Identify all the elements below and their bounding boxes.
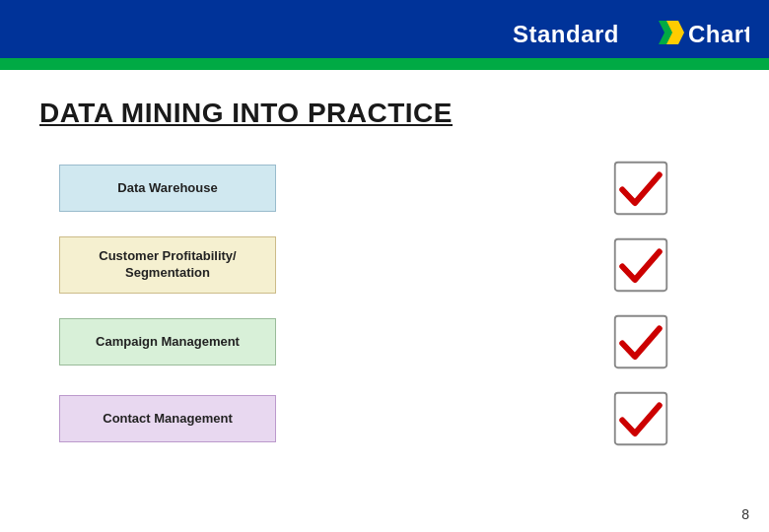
brand-logo-svg: Standard Chartered [513, 13, 749, 52]
items-container: Data Warehouse Customer Profitability/ S… [39, 159, 730, 448]
main-content: DATA MINING INTO PRACTICE Data Warehouse… [0, 70, 769, 468]
item-row-4: Contact Management [59, 389, 730, 448]
item-box-2: Customer Profitability/ Segmentation [59, 236, 276, 294]
svg-text:Standard: Standard [513, 21, 619, 47]
item-box-3: Campaign Management [59, 318, 276, 366]
item-row-3: Campaign Management [59, 312, 730, 371]
checkmark-icon-3 [611, 312, 670, 371]
checkmark-icon-1 [611, 159, 670, 218]
item-box-1: Data Warehouse [59, 165, 276, 212]
page-number: 8 [741, 506, 749, 522]
item-row-1: Data Warehouse [59, 159, 730, 218]
brand-logo: Standard Chartered [513, 13, 749, 52]
page-title: DATA MINING INTO PRACTICE [39, 98, 730, 129]
checkmark-icon-2 [611, 235, 670, 295]
item-box-4: Contact Management [59, 395, 276, 442]
item-row-2: Customer Profitability/ Segmentation [59, 235, 730, 295]
checkmark-icon-4 [611, 389, 670, 448]
page-header: Standard Chartered [0, 0, 769, 64]
svg-text:Chartered: Chartered [688, 21, 749, 47]
